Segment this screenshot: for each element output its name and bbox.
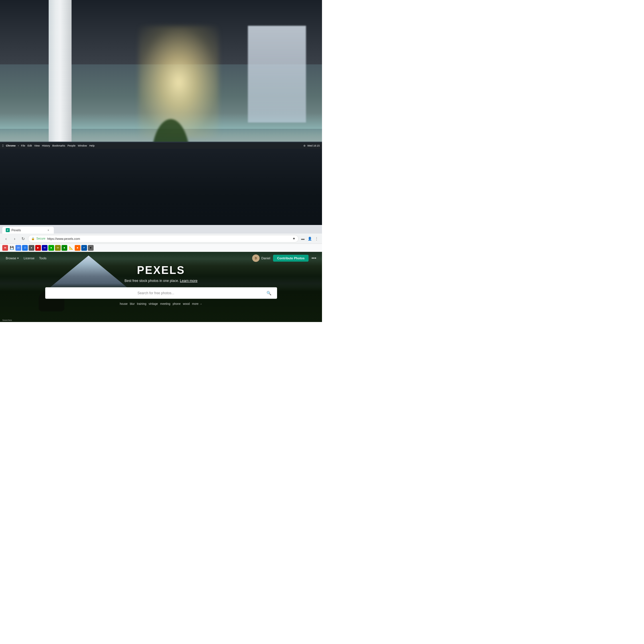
ext-6[interactable]: ■ [62,245,67,251]
ext-9[interactable]: P [81,245,87,251]
suggestion-blur[interactable]: blur [130,301,135,306]
user-name: Daniel [261,256,270,260]
menu-file-label[interactable]: File [21,144,25,147]
suggestion-phone[interactable]: phone [173,301,181,306]
reload-icon: ↻ [21,236,25,241]
menu-view-label[interactable]: View [34,144,39,147]
suggestion-wood[interactable]: wood [183,301,190,306]
menu-help-label[interactable]: Help [89,144,95,147]
ext-todo[interactable]: ☑ [22,245,28,251]
ext-7[interactable]: 📐 [68,245,74,251]
bookmark-icon[interactable]: ★ [293,237,295,240]
more-options-icon[interactable]: ⋮ [313,236,320,242]
avatar: D [252,254,260,262]
tab-title: Pexels [11,228,21,232]
window-glow [139,26,219,139]
search-icon: 🔍 [266,291,271,295]
pexels-browse-link[interactable]: Browse ▼ [6,256,19,260]
menu-file[interactable]: ‹ [18,144,19,147]
forward-button[interactable]: › [11,235,18,242]
suggestion-house[interactable]: house [120,301,128,306]
extensions-icon[interactable]: ▬ [300,236,306,242]
browse-chevron-icon: ▼ [17,257,19,260]
license-link[interactable]: License [24,256,35,260]
app-name[interactable]: Chrome [6,144,15,147]
menubar-left:  Chrome ‹ File Edit View History Bookma… [2,144,94,148]
back-icon: ‹ [5,236,7,241]
ext-1[interactable]: ● [29,245,34,251]
pexels-subtitle: Best free stock photos in one place. Lea… [32,278,290,283]
browser-tab-pexels[interactable]: P Pexels × [2,227,54,234]
toolbar-icons: ▬ 👤 ⋮ [300,236,320,242]
suggestion-meeting[interactable]: meeting [160,301,171,306]
menu-bookmarks-label[interactable]: Bookmarks [52,144,65,147]
secure-label: Secure [36,237,46,240]
apple-menu[interactable]:  [2,144,3,148]
reload-button[interactable]: ↻ [19,235,27,242]
menu-people-label[interactable]: People [68,144,76,147]
ext-4[interactable]: ■ [48,245,54,251]
browser-window: P Pexels × ‹ › ↻ 🔒 Secure https://www.pe… [0,225,322,322]
tab-bar: P Pexels × [0,225,322,234]
menubar-right: ⊜ Wed 16:15 [303,144,320,147]
lock-icon: 🔒 [31,237,35,240]
contribute-photos-button[interactable]: Contribute Photos [273,255,309,262]
ext-2[interactable]: ▶ [35,245,41,251]
ext-calendar[interactable]: 20 [15,245,21,251]
profile-icon[interactable]: 👤 [307,236,313,242]
ext-10[interactable]: ■ [88,245,94,251]
tab-favicon: P [6,228,10,232]
search-bar[interactable]: Search for free photos... 🔍 [45,287,277,299]
hero-content: PEXELS Best free stock photos in one pla… [32,264,290,306]
suggestion-training[interactable]: training [137,301,147,306]
system-menubar:  Chrome ‹ File Edit View History Bookma… [0,143,322,149]
ext-drive[interactable]: 💾 [9,245,15,251]
ext-5[interactable]: M [55,245,61,251]
ext-gmail[interactable]: M [2,245,8,251]
url-display: https://www.pexels.com [47,237,80,240]
nav-more-icon[interactable]: ••• [311,256,316,261]
tab-close-button[interactable]: × [46,228,50,232]
tools-link[interactable]: Tools [39,256,47,260]
window-right [248,26,306,123]
back-button[interactable]: ‹ [2,235,10,242]
extensions-bar: M 💾 20 ☑ ● ▶ W ■ M ■ 📐 ■ P ■ [0,244,322,252]
pexels-title: PEXELS [32,264,290,276]
ext-8[interactable]: ■ [75,245,80,251]
searches-status: Searches [2,319,12,321]
address-bar[interactable]: 🔒 Secure https://www.pexels.com ★ [28,235,299,242]
clock: Wed 16:15 [307,144,320,147]
menu-window-label[interactable]: Window [78,144,87,147]
menu-edit-label[interactable]: Edit [27,144,32,147]
search-button[interactable]: 🔍 [265,289,273,297]
pexels-navbar: Browse ▼ License Tools D Daniel Contribu… [0,252,322,264]
learn-more-link[interactable]: Learn more [180,278,197,283]
suggestion-vintage[interactable]: vintage [149,301,158,306]
search-suggestions: house blur training vintage meeting phon… [32,301,290,306]
browse-label: Browse [6,256,16,260]
browser-toolbar: ‹ › ↻ 🔒 Secure https://www.pexels.com ★ … [0,234,322,244]
pexels-website: Browse ▼ License Tools D Daniel Contribu… [0,252,322,322]
monitor-bezel:  Chrome ‹ File Edit View History Bookma… [0,142,322,322]
user-menu[interactable]: D Daniel [252,254,270,262]
menu-history-label[interactable]: History [42,144,50,147]
ext-3[interactable]: W [42,245,48,251]
wifi-icon: ⊜ [303,144,306,147]
forward-icon: › [14,236,15,241]
search-input[interactable]: Search for free photos... [49,291,263,295]
more-suggestions-link[interactable]: more → [192,302,202,305]
